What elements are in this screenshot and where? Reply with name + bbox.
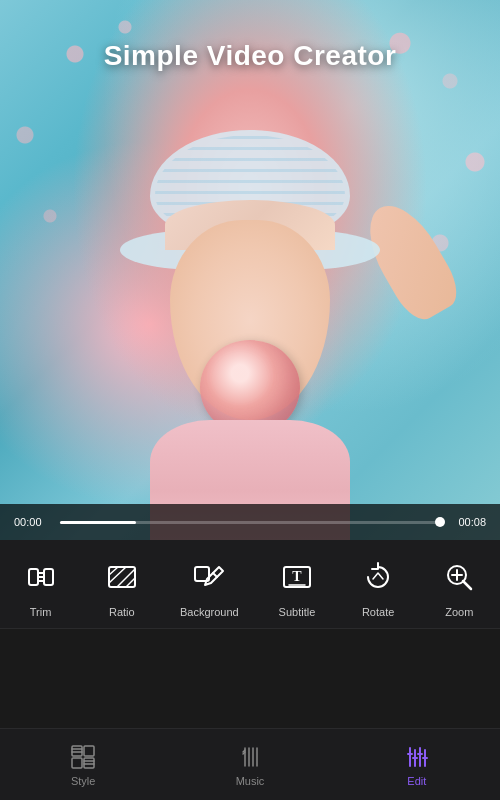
- rotate-label: Rotate: [362, 606, 394, 618]
- svg-rect-0: [29, 569, 38, 585]
- svg-line-11: [463, 581, 471, 589]
- timeline-bar: 00:00 00:08: [0, 504, 500, 540]
- style-icon: [69, 743, 97, 771]
- svg-rect-17: [84, 758, 94, 768]
- timeline-progress: [60, 521, 136, 524]
- ratio-label: Ratio: [109, 606, 135, 618]
- video-title: Simple Video Creator: [0, 40, 500, 72]
- timeline-thumb[interactable]: [435, 517, 445, 527]
- video-preview: Simple Video Creator 00:00 00:08: [0, 0, 500, 540]
- svg-rect-1: [44, 569, 53, 585]
- tool-rotate[interactable]: Rotate: [351, 554, 405, 618]
- music-nav-label: Music: [236, 775, 265, 787]
- timeline-track[interactable]: [60, 521, 440, 524]
- style-nav-label: Style: [71, 775, 95, 787]
- nav-style[interactable]: Style: [49, 735, 117, 795]
- tools-section: Trim Ratio Background: [0, 540, 500, 629]
- tool-ratio[interactable]: Ratio: [95, 554, 149, 618]
- time-current: 00:00: [14, 516, 50, 528]
- music-icon: [236, 743, 264, 771]
- tool-zoom[interactable]: Zoom: [432, 554, 486, 618]
- zoom-label: Zoom: [445, 606, 473, 618]
- nav-music[interactable]: Music: [216, 735, 285, 795]
- time-total: 00:08: [450, 516, 486, 528]
- svg-rect-16: [72, 758, 82, 768]
- tool-trim[interactable]: Trim: [14, 554, 68, 618]
- trim-label: Trim: [30, 606, 52, 618]
- svg-text:T: T: [292, 569, 302, 584]
- edit-icon: [403, 743, 431, 771]
- nav-edit[interactable]: Edit: [383, 735, 451, 795]
- svg-rect-14: [72, 746, 82, 756]
- tool-background[interactable]: Background: [176, 554, 243, 618]
- ratio-icon: [99, 554, 145, 600]
- tool-subtitle[interactable]: T Subtitle: [270, 554, 324, 618]
- subtitle-label: Subtitle: [279, 606, 316, 618]
- subtitle-icon: T: [274, 554, 320, 600]
- trim-icon: [18, 554, 64, 600]
- rotate-icon: [355, 554, 401, 600]
- edit-nav-label: Edit: [407, 775, 426, 787]
- bottom-nav: Style Music: [0, 728, 500, 800]
- background-label: Background: [180, 606, 239, 618]
- background-icon: [186, 554, 232, 600]
- zoom-icon: [436, 554, 482, 600]
- svg-rect-15: [84, 746, 94, 756]
